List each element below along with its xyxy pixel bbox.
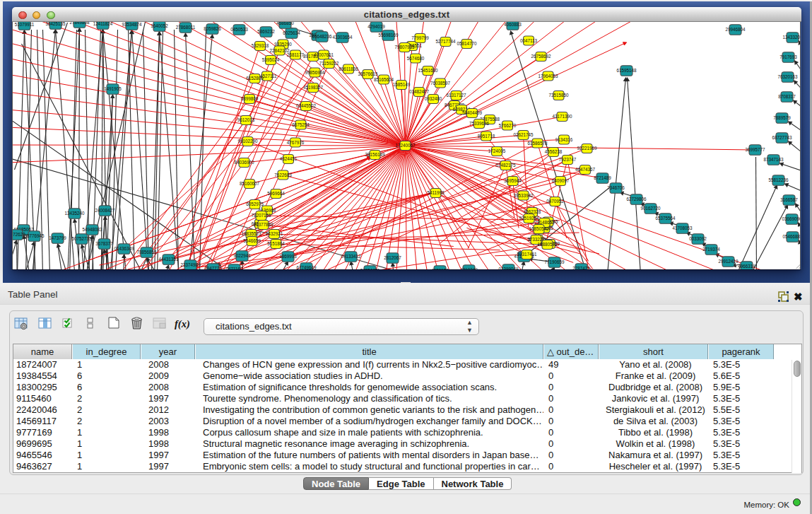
svg-text:5674680: 5674680 — [407, 56, 425, 61]
svg-text:65375564: 65375564 — [655, 216, 676, 221]
svg-text:1869993: 1869993 — [279, 254, 297, 259]
svg-text:01436349: 01436349 — [114, 246, 134, 251]
svg-text:38425135: 38425135 — [45, 22, 66, 26]
svg-text:45198327: 45198327 — [303, 85, 324, 90]
svg-text:02445502: 02445502 — [296, 103, 317, 108]
svg-text:02621745: 02621745 — [513, 132, 534, 137]
svg-text:87347143: 87347143 — [763, 157, 784, 162]
svg-text:67749649: 67749649 — [296, 265, 317, 269]
svg-text:0450533: 0450533 — [230, 27, 248, 32]
svg-text:0033092: 0033092 — [689, 236, 707, 241]
svg-text:05466889: 05466889 — [782, 234, 801, 239]
svg-text:03669096: 03669096 — [782, 216, 801, 221]
svg-text:2719374: 2719374 — [702, 247, 720, 252]
svg-text:7622683: 7622683 — [274, 173, 292, 177]
svg-text:9022941: 9022941 — [233, 253, 251, 258]
svg-text:6675254: 6675254 — [292, 122, 310, 127]
svg-text:73515850: 73515850 — [548, 93, 569, 98]
svg-text:6152809: 6152809 — [246, 76, 264, 81]
svg-text:4210249: 4210249 — [460, 267, 478, 269]
svg-text:7923747: 7923747 — [559, 157, 577, 162]
svg-text:8708317: 8708317 — [778, 94, 796, 99]
svg-text:17240067: 17240067 — [395, 143, 416, 148]
svg-text:50752735: 50752735 — [71, 236, 92, 241]
svg-text:5546659: 5546659 — [243, 238, 261, 243]
svg-text:3695944: 3695944 — [504, 178, 522, 183]
svg-text:0470952: 0470952 — [546, 199, 564, 204]
svg-text:85165604: 85165604 — [374, 77, 394, 82]
svg-text:68727743: 68727743 — [772, 135, 792, 140]
svg-text:9134316: 9134316 — [555, 137, 573, 142]
svg-text:4556238: 4556238 — [545, 149, 563, 154]
svg-text:23374989: 23374989 — [180, 262, 201, 267]
svg-text:5969664: 5969664 — [267, 191, 285, 196]
svg-text:4294019: 4294019 — [367, 24, 385, 29]
svg-text:17964053: 17964053 — [538, 74, 558, 78]
svg-text:1640052: 1640052 — [151, 23, 168, 28]
svg-text:59317461: 59317461 — [517, 252, 537, 257]
svg-text:78856855: 78856855 — [136, 250, 157, 255]
svg-text:79807935: 79807935 — [394, 45, 415, 49]
svg-text:84036900: 84036900 — [234, 160, 254, 165]
svg-text:0932480: 0932480 — [425, 96, 442, 101]
svg-text:07482175: 07482175 — [495, 163, 516, 168]
svg-text:9612018: 9612018 — [237, 117, 255, 122]
svg-text:27849808: 27849808 — [69, 22, 90, 25]
svg-text:05814770: 05814770 — [457, 41, 477, 46]
svg-text:99102290: 99102290 — [237, 139, 258, 144]
svg-text:43303654: 43303654 — [332, 35, 353, 40]
svg-text:92221969: 92221969 — [577, 146, 597, 151]
svg-text:1473799: 1473799 — [49, 235, 66, 240]
svg-text:39533942: 39533942 — [513, 193, 534, 198]
svg-text:18880592: 18880592 — [537, 242, 558, 247]
svg-text:77190659: 77190659 — [544, 259, 565, 264]
svg-text:46474367: 46474367 — [575, 167, 596, 172]
svg-text:4586850: 4586850 — [276, 22, 294, 25]
svg-text:76038597: 76038597 — [430, 81, 451, 86]
svg-text:0047113: 0047113 — [520, 38, 538, 43]
svg-text:41708053: 41708053 — [672, 226, 693, 230]
svg-text:5329318: 5329318 — [252, 43, 269, 48]
svg-text:8721489: 8721489 — [594, 175, 611, 180]
svg-text:6052975: 6052975 — [246, 201, 264, 206]
svg-text:6025634: 6025634 — [283, 30, 300, 35]
svg-text:8059826: 8059826 — [204, 26, 221, 31]
svg-text:43171390: 43171390 — [552, 114, 572, 119]
svg-text:0471167: 0471167 — [225, 267, 243, 269]
svg-text:74034471: 74034471 — [360, 268, 380, 269]
svg-text:55698169: 55698169 — [378, 33, 399, 37]
svg-text:98776945: 98776945 — [24, 233, 45, 238]
svg-text:7889579: 7889579 — [773, 115, 791, 120]
svg-text:4966319: 4966319 — [738, 264, 755, 269]
svg-text:5411998: 5411998 — [427, 190, 445, 195]
svg-text:58404499: 58404499 — [462, 110, 483, 115]
svg-text:54948083: 54948083 — [82, 227, 102, 232]
svg-text:7917693: 7917693 — [779, 54, 797, 59]
svg-text:89611836: 89611836 — [339, 66, 358, 71]
svg-text:09133412: 09133412 — [341, 254, 361, 259]
svg-text:8951718: 8951718 — [478, 134, 495, 139]
svg-text:2432921: 2432921 — [266, 231, 283, 236]
svg-text:26758692: 26758692 — [531, 54, 551, 59]
svg-text:5766270: 5766270 — [499, 123, 517, 128]
svg-text:6409097: 6409097 — [552, 178, 570, 183]
svg-text:78207151: 78207151 — [251, 213, 271, 218]
svg-text:13435240: 13435240 — [64, 211, 85, 216]
svg-text:7799799: 7799799 — [411, 35, 429, 40]
svg-text:76320163: 76320163 — [777, 74, 798, 79]
svg-text:2787429: 2787429 — [572, 266, 590, 269]
svg-text:27868011: 27868011 — [176, 25, 196, 30]
svg-text:85160607: 85160607 — [240, 181, 260, 186]
svg-text:47007661: 47007661 — [314, 52, 334, 57]
svg-text:61317127: 61317127 — [446, 93, 466, 98]
svg-text:15451680: 15451680 — [418, 68, 438, 73]
svg-text:7346706: 7346706 — [607, 185, 625, 190]
svg-text:1724005: 1724005 — [488, 148, 506, 153]
svg-text:13433200: 13433200 — [782, 35, 801, 40]
svg-text:5151864: 5151864 — [267, 241, 285, 246]
svg-text:55812236: 55812236 — [768, 177, 789, 182]
svg-text:24008427: 24008427 — [95, 208, 115, 213]
svg-text:1585149: 1585149 — [393, 82, 411, 87]
svg-text:61586578: 61586578 — [527, 141, 548, 146]
svg-text:4936183: 4936183 — [431, 268, 449, 269]
